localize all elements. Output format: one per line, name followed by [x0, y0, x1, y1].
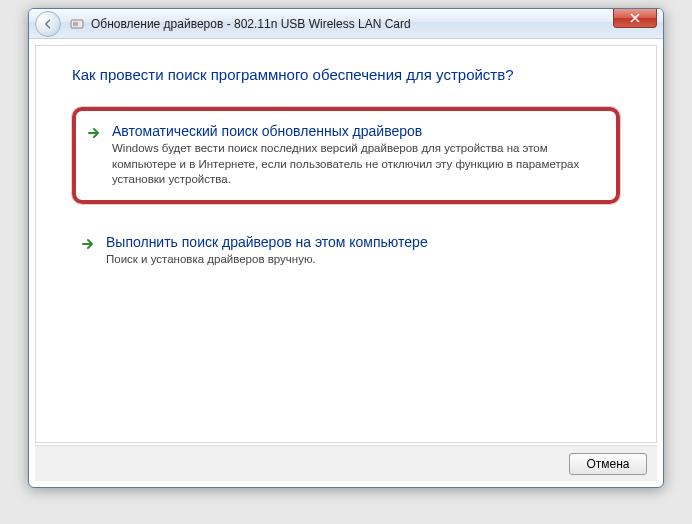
- option-auto-search[interactable]: Автоматический поиск обновленных драйвер…: [78, 113, 614, 198]
- close-button[interactable]: [613, 9, 657, 28]
- footer-bar: Отмена: [35, 445, 657, 481]
- close-icon: [630, 13, 640, 23]
- driver-update-wizard-window: Обновление драйверов - 802.11n USB Wirel…: [28, 8, 664, 488]
- content-area: Как провести поиск программного обеспече…: [35, 45, 657, 443]
- cancel-button[interactable]: Отмена: [569, 453, 647, 475]
- back-arrow-icon: [42, 18, 54, 30]
- option-title: Автоматический поиск обновленных драйвер…: [112, 123, 600, 139]
- svg-rect-1: [73, 22, 78, 26]
- page-heading: Как провести поиск программного обеспече…: [72, 66, 620, 83]
- option-title: Выполнить поиск драйверов на этом компью…: [106, 234, 606, 250]
- highlighted-option-annotation: Автоматический поиск обновленных драйвер…: [72, 107, 620, 204]
- window-title: Обновление драйверов - 802.11n USB Wirel…: [91, 17, 411, 31]
- titlebar: Обновление драйверов - 802.11n USB Wirel…: [29, 9, 663, 39]
- option-description: Windows будет вести поиск последних верс…: [112, 141, 600, 188]
- device-icon: [69, 16, 85, 32]
- option-description: Поиск и установка драйверов вручную.: [106, 252, 606, 268]
- arrow-right-icon: [80, 236, 96, 252]
- cancel-button-label: Отмена: [586, 457, 629, 471]
- option-browse-computer[interactable]: Выполнить поиск драйверов на этом компью…: [72, 224, 620, 278]
- arrow-right-icon: [86, 125, 102, 141]
- back-button[interactable]: [35, 11, 61, 37]
